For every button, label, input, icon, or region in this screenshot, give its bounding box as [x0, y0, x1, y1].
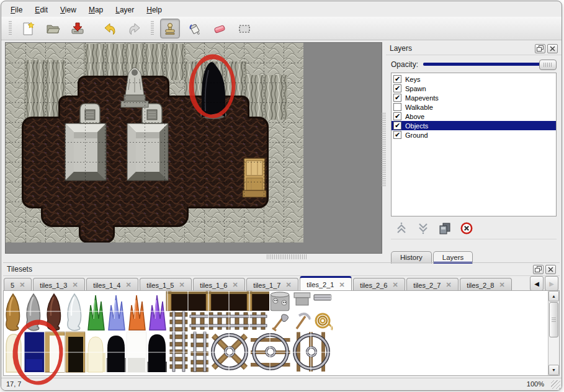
eraser-tool-button[interactable] — [210, 19, 230, 38]
tab-scroll-left-button[interactable]: ◀ — [530, 276, 544, 291]
layer-visibility-checkbox[interactable]: ✔ — [393, 131, 401, 139]
tab-close-icon[interactable]: ✕ — [72, 281, 78, 289]
tab-close-icon[interactable]: ✕ — [19, 281, 25, 289]
layer-visibility-checkbox[interactable]: ✔ — [393, 122, 401, 130]
tile-column[interactable] — [294, 293, 310, 305]
tile-rope-coil[interactable] — [316, 314, 332, 330]
tileset-tab-tiles_2_7[interactable]: tiles_2_7✕ — [406, 278, 459, 292]
layer-row-objects[interactable]: ✔Objects — [392, 121, 556, 130]
float-panel-button[interactable] — [535, 44, 545, 53]
tileset-tab-5[interactable]: 5✕ — [4, 278, 32, 292]
tileset-tab-tiles_2_1[interactable]: tiles_2_1✕ — [300, 276, 352, 292]
move-layer-down-button[interactable] — [416, 221, 430, 238]
tab-close-icon[interactable]: ✕ — [445, 281, 451, 289]
tab-close-icon[interactable]: ✕ — [499, 281, 504, 289]
scrollbar-thumb[interactable] — [549, 302, 558, 337]
delete-layer-button[interactable] — [460, 221, 473, 238]
tileset-tab-tiles_1_7[interactable]: tiles_1_7✕ — [246, 278, 298, 292]
toolbar-grip[interactable] — [9, 21, 12, 36]
layer-visibility-checkbox[interactable]: ✔ — [393, 84, 401, 92]
tile-shovel[interactable] — [272, 314, 289, 331]
tab-close-icon[interactable]: ✕ — [285, 281, 291, 289]
tab-scroll-right-button[interactable]: ▶ — [545, 276, 558, 291]
close-panel-button[interactable] — [547, 44, 558, 53]
tile-pickaxe[interactable] — [297, 314, 310, 329]
tile-rock-gray[interactable] — [27, 294, 40, 331]
select-tool-button[interactable] — [235, 19, 254, 38]
save-button[interactable] — [68, 19, 87, 38]
tab-close-icon[interactable]: ✕ — [392, 281, 398, 289]
tile-cave-black[interactable] — [106, 336, 126, 372]
layer-row-mapevents[interactable]: ✔Mapevents — [392, 93, 556, 102]
layer-visibility-checkbox[interactable]: ✔ — [393, 94, 401, 102]
tab-close-icon[interactable]: ✕ — [232, 281, 238, 289]
resize-grip[interactable] — [551, 380, 560, 389]
layer-row-spawn[interactable]: ✔Spawn — [392, 84, 556, 93]
menu-view[interactable]: View — [55, 4, 82, 16]
layer-visibility-checkbox[interactable] — [393, 103, 401, 111]
dock-tab-layers[interactable]: Layers — [433, 251, 473, 264]
move-layer-up-button[interactable] — [395, 221, 408, 238]
tile-rock-ice[interactable] — [68, 294, 81, 331]
tileset-tab-tiles_1_3[interactable]: tiles_1_3✕ — [33, 278, 85, 292]
tile-crystal-orange[interactable] — [129, 295, 145, 330]
tile-cave-arch[interactable] — [147, 334, 167, 372]
layer-row-keys[interactable]: ✔Keys — [392, 74, 556, 84]
map-viewport[interactable] — [5, 42, 382, 254]
menu-map[interactable]: Map — [83, 4, 109, 16]
tile-rail-vertical[interactable] — [170, 311, 187, 372]
tile-rock-maroon[interactable] — [47, 294, 61, 331]
layer-row-above[interactable]: ✔Above — [392, 112, 556, 121]
map-canvas[interactable] — [6, 43, 303, 243]
fill-tool-button[interactable] — [185, 19, 205, 38]
toolbar-grip[interactable] — [151, 21, 154, 36]
menu-help[interactable]: Help — [141, 4, 168, 16]
menu-file[interactable]: File — [5, 4, 28, 16]
tileset-canvas[interactable]: ▲ ▼ — [3, 290, 560, 376]
tile-crystal-blue[interactable] — [109, 295, 125, 330]
layer-row-walkable[interactable]: Walkable — [392, 102, 556, 112]
tile-rail-turntable[interactable] — [213, 335, 246, 368]
tile-rail-horizontal[interactable] — [190, 313, 267, 329]
dock-tab-history[interactable]: History — [391, 251, 432, 264]
opacity-slider[interactable] — [423, 60, 557, 69]
tile-rail-turntable[interactable] — [295, 332, 328, 372]
close-panel-button[interactable] — [545, 265, 556, 274]
layer-row-ground[interactable]: ✔Ground — [392, 130, 556, 140]
opacity-slider-track[interactable] — [423, 63, 540, 66]
open-button[interactable] — [43, 19, 63, 38]
tile-crystal-purple[interactable] — [150, 295, 166, 330]
tile-rock-gold[interactable] — [6, 294, 20, 331]
tile-pit-walls[interactable] — [166, 292, 269, 311]
tile-arch-cream[interactable] — [86, 337, 105, 372]
tab-close-icon[interactable]: ✕ — [125, 281, 131, 289]
layer-visibility-checkbox[interactable]: ✔ — [393, 75, 401, 83]
tileset-tab-tiles_1_4[interactable]: tiles_1_4✕ — [86, 278, 138, 292]
tile-rail-turntable[interactable] — [251, 335, 290, 368]
scroll-up-button[interactable]: ▲ — [548, 291, 559, 301]
scroll-down-button[interactable]: ▼ — [548, 365, 559, 375]
tab-close-icon[interactable]: ✕ — [179, 281, 184, 289]
menu-layer[interactable]: Layer — [110, 4, 140, 16]
tile-rail-corner[interactable] — [191, 332, 208, 372]
tile-pillar-skulls[interactable] — [271, 292, 289, 311]
vertical-splitter[interactable] — [382, 113, 386, 187]
tileset-tab-tiles_1_6[interactable]: tiles_1_6✕ — [193, 278, 245, 292]
menu-edit[interactable]: Edit — [29, 4, 53, 16]
tileset-tab-tiles_1_5[interactable]: tiles_1_5✕ — [140, 278, 192, 292]
layer-visibility-checkbox[interactable]: ✔ — [393, 112, 401, 120]
tileset-scrollbar[interactable]: ▲ ▼ — [548, 291, 559, 375]
tileset-tab-tiles_2_8[interactable]: tiles_2_8✕ — [460, 278, 512, 292]
new-file-button[interactable] — [18, 19, 38, 38]
duplicate-layer-button[interactable] — [438, 221, 452, 238]
redo-button[interactable] — [125, 19, 145, 38]
tile-metal-bar[interactable] — [314, 295, 331, 300]
opacity-slider-handle[interactable] — [539, 60, 557, 70]
tab-close-icon[interactable]: ✕ — [339, 281, 344, 289]
horizontal-splitter[interactable] — [267, 254, 308, 259]
tile-crystal-green[interactable] — [88, 295, 104, 330]
undo-button[interactable] — [100, 19, 120, 38]
tileset-tab-tiles_2_6[interactable]: tiles_2_6✕ — [353, 278, 405, 292]
float-panel-button[interactable] — [533, 265, 544, 274]
tile-arch-ghost[interactable] — [6, 334, 21, 372]
